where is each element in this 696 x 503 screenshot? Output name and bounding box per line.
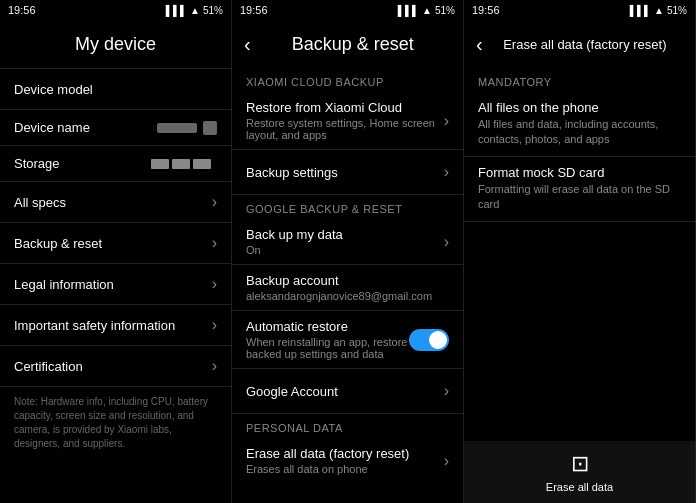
erase-data-label: Erase all data (factory reset): [246, 446, 444, 461]
backup-account-label: Backup account: [246, 273, 449, 288]
erase-all-label: Erase all data: [546, 481, 613, 493]
status-icons-1: ▌▌▌ ▲ 51%: [166, 5, 223, 16]
status-icons-3: ▌▌▌ ▲ 51%: [630, 5, 687, 16]
certification-label: Certification: [14, 359, 212, 374]
storage-label: Storage: [14, 156, 151, 171]
backup-reset-panel: 19:56 ▌▌▌ ▲ 51% ‹ Backup & reset XIAOMI …: [232, 0, 464, 503]
time-3: 19:56: [472, 4, 500, 16]
panel2-title: Backup & reset: [255, 34, 451, 55]
section-google-backup: GOOGLE BACKUP & RESET: [232, 195, 463, 219]
auto-restore-toggle[interactable]: [409, 329, 449, 351]
all-specs-item[interactable]: All specs ›: [0, 182, 231, 222]
erase-icon: ⊡: [571, 451, 589, 477]
restore-cloud-sub: Restore system settings, Home screen lay…: [246, 117, 444, 141]
back-button[interactable]: ‹: [244, 33, 251, 56]
chevron-icon: ›: [444, 163, 449, 181]
chevron-icon: ›: [444, 112, 449, 130]
restore-xiaomi-cloud-item[interactable]: Restore from Xiaomi Cloud Restore system…: [232, 92, 463, 149]
storage-bars: [151, 159, 211, 169]
section-personal-data: PERSONAL DATA: [232, 414, 463, 438]
time-2: 19:56: [240, 4, 268, 16]
certification-item[interactable]: Certification ›: [0, 346, 231, 386]
device-model-label: Device model: [14, 82, 217, 97]
back-button-2[interactable]: ‹: [476, 33, 483, 56]
status-bar-3: 19:56 ▌▌▌ ▲ 51%: [464, 0, 695, 20]
note-text: Note: Hardware info, including CPU, batt…: [0, 387, 231, 459]
section-xiaomi-cloud: XIAOMI CLOUD BACKUP: [232, 68, 463, 92]
chevron-icon: ›: [212, 357, 217, 375]
divider: [464, 221, 695, 222]
toggle-knob: [429, 331, 447, 349]
backup-settings-item[interactable]: Backup settings ›: [232, 150, 463, 194]
chevron-icon: ›: [212, 316, 217, 334]
erase-all-data-bar[interactable]: ⊡ Erase all data: [464, 441, 695, 503]
chevron-icon: ›: [444, 382, 449, 400]
safety-info-item[interactable]: Important safety information ›: [0, 305, 231, 345]
auto-restore-label: Automatic restore: [246, 319, 409, 334]
signal-icon: ▌▌▌: [166, 5, 187, 16]
battery-icon: 51%: [667, 5, 687, 16]
format-sd-label: Format mock SD card: [478, 165, 681, 180]
status-bar-2: 19:56 ▌▌▌ ▲ 51%: [232, 0, 463, 20]
backup-settings-label: Backup settings: [246, 165, 444, 180]
battery-icon: 51%: [203, 5, 223, 16]
backup-reset-header: ‹ Backup & reset: [232, 20, 463, 68]
battery-icon: 51%: [435, 5, 455, 16]
chevron-icon: ›: [212, 234, 217, 252]
device-model-item[interactable]: Device model: [0, 69, 231, 109]
chevron-icon: ›: [212, 275, 217, 293]
format-sd-sub: Formatting will erase all data on the SD…: [478, 182, 681, 213]
backup-account-sub: aleksandarognjanovice89@gmail.com: [246, 290, 449, 302]
storage-bar-2: [172, 159, 190, 169]
signal-icon: ▌▌▌: [630, 5, 651, 16]
storage-item[interactable]: Storage: [0, 146, 231, 181]
safety-info-label: Important safety information: [14, 318, 212, 333]
section-mandatory: MANDATORY: [464, 68, 695, 92]
panel3-title: Erase all data (factory reset): [487, 37, 683, 52]
edit-icon: [203, 121, 217, 135]
google-account-item[interactable]: Google Account ›: [232, 369, 463, 413]
back-up-data-sub: On: [246, 244, 444, 256]
all-specs-label: All specs: [14, 195, 212, 210]
chevron-icon: ›: [444, 452, 449, 470]
status-icons-2: ▌▌▌ ▲ 51%: [398, 5, 455, 16]
wifi-icon: ▲: [654, 5, 664, 16]
chevron-icon: ›: [444, 233, 449, 251]
all-files-sub: All files and data, including accounts, …: [478, 117, 681, 148]
google-account-label: Google Account: [246, 384, 444, 399]
storage-bar-3: [193, 159, 211, 169]
erase-header: ‹ Erase all data (factory reset): [464, 20, 695, 68]
storage-bar-1: [151, 159, 169, 169]
spacer: [464, 255, 695, 442]
wifi-icon: ▲: [190, 5, 200, 16]
device-name-label: Device name: [14, 120, 157, 135]
legal-info-item[interactable]: Legal information ›: [0, 264, 231, 304]
device-name-item[interactable]: Device name: [0, 110, 231, 145]
auto-restore-item[interactable]: Automatic restore When reinstalling an a…: [232, 311, 463, 368]
status-bar-1: 19:56 ▌▌▌ ▲ 51%: [0, 0, 231, 20]
format-sd-item: Format mock SD card Formatting will eras…: [464, 157, 695, 221]
erase-data-sub: Erases all data on phone: [246, 463, 444, 475]
back-up-data-item[interactable]: Back up my data On ›: [232, 219, 463, 264]
my-device-panel: 19:56 ▌▌▌ ▲ 51% My device Device model D…: [0, 0, 232, 503]
wifi-icon: ▲: [422, 5, 432, 16]
backup-reset-item[interactable]: Backup & reset ›: [0, 223, 231, 263]
my-device-header: My device: [0, 20, 231, 68]
device-name-value: [157, 123, 197, 133]
all-files-item: All files on the phone All files and dat…: [464, 92, 695, 156]
panel1-title: My device: [12, 34, 219, 55]
signal-icon: ▌▌▌: [398, 5, 419, 16]
erase-all-data-panel: 19:56 ▌▌▌ ▲ 51% ‹ Erase all data (factor…: [464, 0, 696, 503]
auto-restore-sub: When reinstalling an app, restore backed…: [246, 336, 409, 360]
time-1: 19:56: [8, 4, 36, 16]
backup-reset-label: Backup & reset: [14, 236, 212, 251]
chevron-icon: ›: [212, 193, 217, 211]
all-files-label: All files on the phone: [478, 100, 681, 115]
restore-cloud-label: Restore from Xiaomi Cloud: [246, 100, 444, 115]
legal-info-label: Legal information: [14, 277, 212, 292]
erase-data-item[interactable]: Erase all data (factory reset) Erases al…: [232, 438, 463, 483]
backup-account-item[interactable]: Backup account aleksandarognjanovice89@g…: [232, 265, 463, 310]
back-up-data-label: Back up my data: [246, 227, 444, 242]
